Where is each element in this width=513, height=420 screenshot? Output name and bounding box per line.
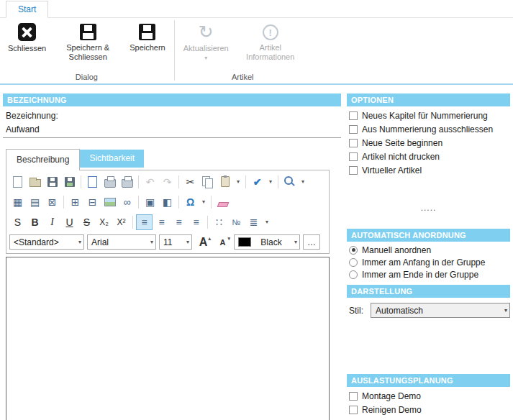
- folder-glyph: [29, 179, 41, 187]
- align-justify-icon[interactable]: ≡: [188, 214, 204, 230]
- image-glyph: [104, 198, 116, 206]
- align-left-icon[interactable]: ≡: [136, 214, 153, 230]
- checkbox-reinigen-demo[interactable]: Reinigen Demo: [347, 403, 510, 416]
- zoom-icon[interactable]: [281, 174, 298, 190]
- tab-sichtbarkeit[interactable]: Sichtbarkeit: [80, 150, 144, 168]
- radio-anfang-gruppe[interactable]: Immer am Anfang in der Gruppe: [347, 256, 510, 268]
- superscript-icon[interactable]: X²: [113, 214, 130, 230]
- image-icon[interactable]: [101, 194, 118, 210]
- checkbox[interactable]: [349, 152, 358, 161]
- bullet-list-icon[interactable]: ∷: [211, 214, 227, 230]
- schliessen-button[interactable]: Schliessen: [3, 20, 51, 55]
- eraser-icon[interactable]: [214, 194, 231, 210]
- ribbon-group-separator: [174, 20, 175, 81]
- magnifier-glyph: [284, 176, 295, 187]
- radio-manuell-anordnen[interactable]: Manuell anordnen: [347, 244, 510, 256]
- font-size-select[interactable]: 11 ▾: [159, 234, 192, 250]
- checkbox[interactable]: [349, 125, 358, 134]
- special-character-icon[interactable]: Ω: [182, 194, 199, 210]
- color-swatch: [238, 237, 251, 247]
- save-icon[interactable]: [44, 174, 60, 190]
- checkbox[interactable]: [349, 166, 358, 175]
- chevron-down-icon[interactable]: ▾: [266, 174, 275, 190]
- collapsed-section-divider[interactable]: .....: [347, 203, 510, 213]
- bezeichnung-value[interactable]: Aufwand: [6, 124, 338, 134]
- combo-value: Arial: [91, 237, 109, 247]
- borders-icon[interactable]: ▣: [142, 194, 158, 210]
- anordnung-header: AUTOMATISCH ANORDNUNG: [347, 229, 510, 242]
- info-icon: !: [263, 24, 278, 40]
- underline-icon[interactable]: U: [61, 214, 78, 230]
- multilevel-list-icon[interactable]: ≣: [245, 214, 262, 230]
- anordnung-section: AUTOMATISCH ANORDNUNG Manuell anordnen I…: [347, 229, 510, 280]
- table-icon[interactable]: ▦: [9, 194, 26, 210]
- radio-ende-gruppe[interactable]: Immer am Ende in der Gruppe: [347, 268, 510, 280]
- checkbox-aus-nummerierung[interactable]: Aus Nummerierung ausschliessen: [347, 122, 510, 136]
- hyperlink-icon[interactable]: ∞: [119, 194, 135, 210]
- tab-beschreibung[interactable]: Beschreibung: [6, 149, 80, 170]
- speichern-schliessen-button[interactable]: Speichern & Schliessen: [51, 20, 124, 63]
- checkbox[interactable]: [349, 111, 358, 120]
- cut-icon[interactable]: ✂: [182, 174, 199, 190]
- tab-start[interactable]: Start: [6, 1, 48, 18]
- align-center-icon[interactable]: ≡: [153, 214, 170, 230]
- copy-icon[interactable]: [199, 174, 216, 190]
- page-glyph: [13, 176, 22, 188]
- toolbar-separator: [245, 175, 246, 188]
- radio-button[interactable]: [349, 246, 358, 255]
- chevron-down-icon[interactable]: ▾: [199, 194, 208, 210]
- ribbon: Start Schliessen Speichern & Schliessen …: [0, 0, 513, 85]
- checkbox[interactable]: [349, 139, 358, 147]
- table-properties-icon[interactable]: ▤: [27, 194, 43, 210]
- font-family-select[interactable]: Arial ▾: [87, 234, 156, 250]
- spellcheck-icon[interactable]: ✔: [249, 174, 265, 190]
- ribbon-group-label: Artikel: [178, 73, 307, 83]
- checkbox-nicht-drucken[interactable]: Artikel nicht drucken: [347, 150, 510, 163]
- shrink-font-icon[interactable]: A: [214, 234, 231, 250]
- checkbox-label: Reinigen Demo: [362, 405, 422, 415]
- button-label: Schliessen: [8, 44, 46, 53]
- chevron-down-icon[interactable]: ▾: [234, 174, 242, 190]
- page-glyph: [88, 176, 97, 188]
- chevron-down-icon[interactable]: ▾: [299, 174, 307, 190]
- darstellung-header: DARSTELLUNG: [347, 285, 510, 298]
- align-right-icon[interactable]: ≡: [171, 214, 187, 230]
- button-label: Aktualisieren: [183, 44, 229, 53]
- font-color-select[interactable]: Black ▾: [234, 234, 300, 250]
- radio-button[interactable]: [349, 270, 358, 279]
- table-delete-icon[interactable]: ⊠: [44, 194, 60, 210]
- ribbon-body: Schliessen Speichern & Schliessen Speich…: [0, 18, 513, 83]
- insert-column-icon[interactable]: ⊟: [84, 194, 101, 210]
- toolbar-separator: [132, 216, 133, 229]
- preview-document-icon[interactable]: [84, 174, 101, 190]
- numbered-list-icon[interactable]: №: [228, 214, 245, 230]
- save-as-icon[interactable]: [61, 174, 78, 190]
- checkbox-neues-kapitel[interactable]: Neues Kapitel für Nummerierung: [347, 109, 510, 122]
- radio-button[interactable]: [349, 258, 358, 267]
- open-folder-icon[interactable]: [27, 174, 43, 190]
- shading-icon[interactable]: ◧: [159, 194, 176, 210]
- italic-icon[interactable]: I: [44, 214, 60, 230]
- chevron-down-icon[interactable]: ▾: [263, 214, 271, 230]
- speichern-button[interactable]: Speichern: [124, 20, 171, 54]
- editor-textarea[interactable]: [6, 257, 330, 420]
- insert-row-icon[interactable]: ⊞: [67, 194, 83, 210]
- styles-icon[interactable]: S: [9, 214, 26, 230]
- bold-icon[interactable]: B: [27, 214, 43, 230]
- subscript-icon[interactable]: X₂: [96, 214, 112, 230]
- print-icon[interactable]: [101, 174, 118, 190]
- radio-label: Immer am Anfang in der Gruppe: [362, 257, 485, 268]
- paste-icon[interactable]: [217, 174, 233, 190]
- checkbox-virtueller-artikel[interactable]: Virtueller Artikel: [347, 163, 510, 177]
- checkbox-montage-demo[interactable]: Montage Demo: [347, 389, 510, 403]
- new-document-icon[interactable]: [9, 174, 26, 190]
- strikethrough-icon[interactable]: S: [78, 214, 95, 230]
- stil-select[interactable]: Automatisch ▾: [371, 303, 510, 318]
- checkbox-neue-seite[interactable]: Neue Seite beginnen: [347, 136, 510, 150]
- checkbox[interactable]: [349, 406, 358, 414]
- print-preview-icon[interactable]: [119, 174, 135, 190]
- paragraph-style-select[interactable]: <Standard> ▾: [9, 234, 84, 250]
- checkbox[interactable]: [349, 392, 358, 401]
- grow-font-icon[interactable]: A: [195, 234, 212, 250]
- more-colors-button[interactable]: …: [303, 234, 320, 250]
